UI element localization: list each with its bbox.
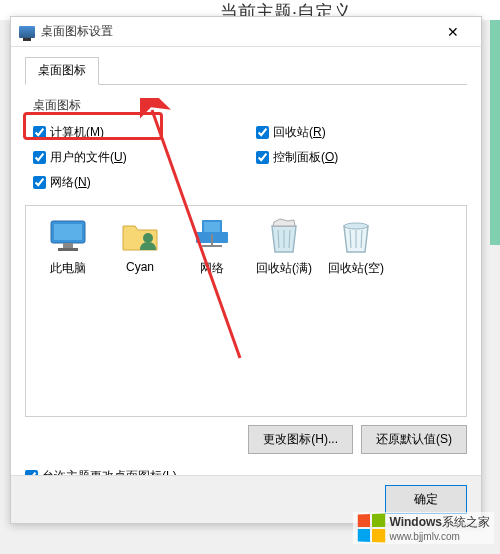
icon-recycle-full[interactable]: 回收站(满) — [252, 216, 316, 277]
restore-defaults-button[interactable]: 还原默认值(S) — [361, 425, 467, 454]
check-control-panel[interactable]: 控制面板(O) — [256, 149, 459, 166]
icon-button-row: 更改图标(H)... 还原默认值(S) — [25, 425, 467, 454]
tab-strip: 桌面图标 — [25, 57, 467, 85]
checkbox-user-files[interactable] — [33, 151, 46, 164]
checkbox-recycle[interactable] — [256, 126, 269, 139]
label-recycle: 回收站(R) — [273, 124, 326, 141]
ok-button[interactable]: 确定 — [385, 485, 467, 514]
svg-rect-6 — [204, 222, 220, 232]
group-label: 桌面图标 — [33, 97, 467, 114]
check-network[interactable]: 网络(N) — [33, 174, 236, 191]
watermark-brand: Windows — [389, 515, 442, 529]
label-control-panel: 控制面板(O) — [273, 149, 338, 166]
checkbox-computer[interactable] — [33, 126, 46, 139]
svg-rect-7 — [196, 232, 212, 243]
windows-logo-icon — [358, 513, 385, 542]
recycle-bin-empty-icon — [336, 216, 376, 256]
svg-point-4 — [143, 233, 153, 243]
checkbox-grid: 计算机(M) 回收站(R) 用户的文件(U) 控制面板(O) 网络(N) — [25, 120, 467, 195]
icon-label: 网络 — [200, 260, 224, 277]
watermark-url: www.bjjmlv.com — [389, 531, 490, 542]
svg-point-14 — [344, 223, 368, 229]
icon-label: 回收站(满) — [256, 260, 312, 277]
icon-network[interactable]: 网络 — [180, 216, 244, 277]
icon-label: 回收站(空) — [328, 260, 384, 277]
icon-this-pc[interactable]: 此电脑 — [36, 216, 100, 277]
dialog-title: 桌面图标设置 — [41, 23, 433, 40]
monitor-icon — [48, 216, 88, 256]
icon-cyan-user[interactable]: Cyan — [108, 216, 172, 274]
checkbox-network[interactable] — [33, 176, 46, 189]
tab-desktop-icons[interactable]: 桌面图标 — [25, 57, 99, 85]
background-accent — [490, 20, 500, 245]
watermark: Windows系统之家 www.bjjmlv.com — [353, 512, 494, 544]
titlebar: 桌面图标设置 ✕ — [11, 17, 481, 47]
label-user-files: 用户的文件(U) — [50, 149, 127, 166]
svg-rect-1 — [54, 224, 82, 240]
dialog-body: 桌面图标 桌面图标 计算机(M) 回收站(R) 用户的文件(U) 控制面板(O) — [11, 47, 481, 495]
svg-rect-8 — [212, 232, 228, 243]
icon-preview-area: 此电脑 Cyan 网络 回收站(满) — [25, 205, 467, 417]
close-button[interactable]: ✕ — [433, 18, 473, 46]
checkbox-control-panel[interactable] — [256, 151, 269, 164]
icon-recycle-empty[interactable]: 回收站(空) — [324, 216, 388, 277]
check-user-files[interactable]: 用户的文件(U) — [33, 149, 236, 166]
svg-rect-2 — [63, 243, 73, 248]
check-recycle[interactable]: 回收站(R) — [256, 124, 459, 141]
icon-label: 此电脑 — [50, 260, 86, 277]
check-computer[interactable]: 计算机(M) — [33, 124, 236, 141]
monitor-icon — [19, 26, 35, 38]
label-computer: 计算机(M) — [50, 124, 104, 141]
change-icon-button[interactable]: 更改图标(H)... — [248, 425, 353, 454]
recycle-bin-full-icon — [264, 216, 304, 256]
desktop-icon-settings-dialog: 桌面图标设置 ✕ 桌面图标 桌面图标 计算机(M) 回收站(R) 用户的文件(U… — [10, 16, 482, 524]
folder-user-icon — [120, 216, 160, 256]
label-network: 网络(N) — [50, 174, 91, 191]
network-icon — [192, 216, 232, 256]
watermark-text: 系统之家 — [442, 515, 490, 529]
icon-label: Cyan — [126, 260, 154, 274]
svg-rect-3 — [58, 248, 78, 251]
